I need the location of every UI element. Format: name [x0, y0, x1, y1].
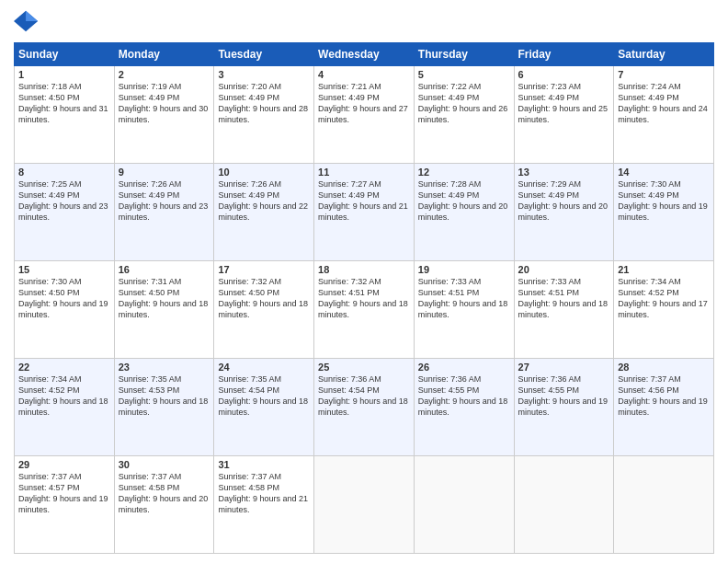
calendar-cell: 22 Sunrise: 7:34 AM Sunset: 4:52 PM Dayl…	[15, 359, 115, 456]
calendar-cell: 2 Sunrise: 7:19 AM Sunset: 4:49 PM Dayli…	[114, 66, 214, 164]
day-number: 9	[119, 167, 210, 178]
day-number: 16	[119, 264, 210, 275]
day-number: 10	[218, 167, 310, 178]
calendar-cell: 7 Sunrise: 7:24 AM Sunset: 4:49 PM Dayli…	[614, 66, 714, 164]
calendar-cell	[514, 456, 614, 554]
day-number: 19	[418, 264, 510, 275]
cell-content: Sunrise: 7:35 AM Sunset: 4:54 PM Dayligh…	[218, 373, 310, 419]
weekday-header: Sunday	[15, 43, 115, 66]
day-number: 2	[119, 69, 210, 80]
calendar-cell	[414, 456, 514, 554]
weekday-header: Wednesday	[314, 43, 415, 66]
day-number: 17	[218, 264, 310, 275]
weekday-header: Saturday	[614, 43, 714, 66]
cell-content: Sunrise: 7:36 AM Sunset: 4:55 PM Dayligh…	[418, 373, 510, 419]
day-number: 13	[518, 167, 610, 178]
day-number: 20	[518, 264, 610, 275]
calendar-cell: 26 Sunrise: 7:36 AM Sunset: 4:55 PM Dayl…	[414, 359, 514, 456]
header	[14, 9, 714, 35]
calendar-cell: 24 Sunrise: 7:35 AM Sunset: 4:54 PM Dayl…	[214, 359, 314, 456]
cell-content: Sunrise: 7:22 AM Sunset: 4:49 PM Dayligh…	[418, 81, 510, 126]
calendar-cell: 18 Sunrise: 7:32 AM Sunset: 4:51 PM Dayl…	[314, 261, 415, 359]
day-number: 8	[18, 167, 110, 178]
cell-content: Sunrise: 7:37 AM Sunset: 4:58 PM Dayligh…	[119, 471, 210, 516]
day-number: 25	[318, 362, 410, 373]
day-number: 18	[318, 264, 410, 275]
logo-icon	[14, 9, 40, 35]
weekday-header: Thursday	[414, 43, 514, 66]
calendar-cell: 19 Sunrise: 7:33 AM Sunset: 4:51 PM Dayl…	[414, 261, 514, 359]
calendar-cell: 9 Sunrise: 7:26 AM Sunset: 4:49 PM Dayli…	[114, 164, 214, 261]
calendar-cell: 3 Sunrise: 7:20 AM Sunset: 4:49 PM Dayli…	[214, 66, 314, 164]
weekday-header: Monday	[114, 43, 214, 66]
calendar-week-row: 22 Sunrise: 7:34 AM Sunset: 4:52 PM Dayl…	[15, 359, 714, 456]
calendar-page: SundayMondayTuesdayWednesdayThursdayFrid…	[0, 0, 728, 563]
day-number: 29	[18, 459, 110, 470]
calendar-cell: 6 Sunrise: 7:23 AM Sunset: 4:49 PM Dayli…	[514, 66, 614, 164]
day-number: 5	[418, 69, 510, 80]
day-number: 27	[518, 362, 610, 373]
day-number: 6	[518, 69, 610, 80]
calendar-cell: 13 Sunrise: 7:29 AM Sunset: 4:49 PM Dayl…	[514, 164, 614, 261]
cell-content: Sunrise: 7:26 AM Sunset: 4:49 PM Dayligh…	[119, 178, 210, 224]
calendar-cell: 21 Sunrise: 7:34 AM Sunset: 4:52 PM Dayl…	[614, 261, 714, 359]
cell-content: Sunrise: 7:23 AM Sunset: 4:49 PM Dayligh…	[518, 81, 610, 126]
day-number: 14	[618, 167, 710, 178]
cell-content: Sunrise: 7:37 AM Sunset: 4:57 PM Dayligh…	[18, 471, 110, 516]
calendar-cell: 17 Sunrise: 7:32 AM Sunset: 4:50 PM Dayl…	[214, 261, 314, 359]
cell-content: Sunrise: 7:26 AM Sunset: 4:49 PM Dayligh…	[218, 178, 310, 224]
day-number: 12	[418, 167, 510, 178]
svg-marker-1	[26, 11, 38, 21]
calendar-cell: 30 Sunrise: 7:37 AM Sunset: 4:58 PM Dayl…	[114, 456, 214, 554]
calendar-cell: 25 Sunrise: 7:36 AM Sunset: 4:54 PM Dayl…	[314, 359, 415, 456]
calendar-cell: 5 Sunrise: 7:22 AM Sunset: 4:49 PM Dayli…	[414, 66, 514, 164]
weekday-header: Friday	[514, 43, 614, 66]
cell-content: Sunrise: 7:28 AM Sunset: 4:49 PM Dayligh…	[418, 178, 510, 224]
cell-content: Sunrise: 7:29 AM Sunset: 4:49 PM Dayligh…	[518, 178, 610, 224]
calendar-week-row: 1 Sunrise: 7:18 AM Sunset: 4:50 PM Dayli…	[15, 66, 714, 164]
calendar-cell: 12 Sunrise: 7:28 AM Sunset: 4:49 PM Dayl…	[414, 164, 514, 261]
day-number: 1	[18, 69, 110, 80]
calendar-cell: 29 Sunrise: 7:37 AM Sunset: 4:57 PM Dayl…	[15, 456, 115, 554]
calendar-cell: 15 Sunrise: 7:30 AM Sunset: 4:50 PM Dayl…	[15, 261, 115, 359]
cell-content: Sunrise: 7:35 AM Sunset: 4:53 PM Dayligh…	[119, 373, 210, 419]
day-number: 30	[119, 459, 210, 470]
calendar-cell: 1 Sunrise: 7:18 AM Sunset: 4:50 PM Dayli…	[15, 66, 115, 164]
weekday-header: Tuesday	[214, 43, 314, 66]
calendar-cell: 10 Sunrise: 7:26 AM Sunset: 4:49 PM Dayl…	[214, 164, 314, 261]
day-number: 26	[418, 362, 510, 373]
cell-content: Sunrise: 7:34 AM Sunset: 4:52 PM Dayligh…	[18, 373, 110, 419]
cell-content: Sunrise: 7:37 AM Sunset: 4:56 PM Dayligh…	[618, 373, 710, 419]
day-number: 28	[618, 362, 710, 373]
cell-content: Sunrise: 7:37 AM Sunset: 4:58 PM Dayligh…	[218, 471, 310, 516]
calendar-cell: 20 Sunrise: 7:33 AM Sunset: 4:51 PM Dayl…	[514, 261, 614, 359]
calendar-cell: 14 Sunrise: 7:30 AM Sunset: 4:49 PM Dayl…	[614, 164, 714, 261]
cell-content: Sunrise: 7:36 AM Sunset: 4:54 PM Dayligh…	[318, 373, 410, 419]
calendar-cell: 28 Sunrise: 7:37 AM Sunset: 4:56 PM Dayl…	[614, 359, 714, 456]
day-number: 3	[218, 69, 310, 80]
day-number: 11	[318, 167, 410, 178]
calendar-header: SundayMondayTuesdayWednesdayThursdayFrid…	[15, 43, 714, 66]
day-number: 21	[618, 264, 710, 275]
cell-content: Sunrise: 7:32 AM Sunset: 4:50 PM Dayligh…	[218, 276, 310, 321]
calendar-week-row: 15 Sunrise: 7:30 AM Sunset: 4:50 PM Dayl…	[15, 261, 714, 359]
cell-content: Sunrise: 7:34 AM Sunset: 4:52 PM Dayligh…	[618, 276, 710, 321]
day-number: 15	[18, 264, 110, 275]
calendar-cell	[614, 456, 714, 554]
calendar-week-row: 8 Sunrise: 7:25 AM Sunset: 4:49 PM Dayli…	[15, 164, 714, 261]
day-number: 31	[218, 459, 310, 470]
cell-content: Sunrise: 7:32 AM Sunset: 4:51 PM Dayligh…	[318, 276, 410, 321]
calendar-cell: 23 Sunrise: 7:35 AM Sunset: 4:53 PM Dayl…	[114, 359, 214, 456]
calendar-table: SundayMondayTuesdayWednesdayThursdayFrid…	[14, 42, 714, 554]
cell-content: Sunrise: 7:30 AM Sunset: 4:50 PM Dayligh…	[18, 276, 110, 321]
calendar-cell: 31 Sunrise: 7:37 AM Sunset: 4:58 PM Dayl…	[214, 456, 314, 554]
cell-content: Sunrise: 7:25 AM Sunset: 4:49 PM Dayligh…	[18, 178, 110, 224]
cell-content: Sunrise: 7:30 AM Sunset: 4:49 PM Dayligh…	[618, 178, 710, 224]
calendar-cell	[314, 456, 415, 554]
day-number: 22	[18, 362, 110, 373]
cell-content: Sunrise: 7:18 AM Sunset: 4:50 PM Dayligh…	[18, 81, 110, 126]
calendar-week-row: 29 Sunrise: 7:37 AM Sunset: 4:57 PM Dayl…	[15, 456, 714, 554]
cell-content: Sunrise: 7:20 AM Sunset: 4:49 PM Dayligh…	[218, 81, 310, 126]
day-number: 23	[119, 362, 210, 373]
calendar-body: 1 Sunrise: 7:18 AM Sunset: 4:50 PM Dayli…	[15, 66, 714, 554]
